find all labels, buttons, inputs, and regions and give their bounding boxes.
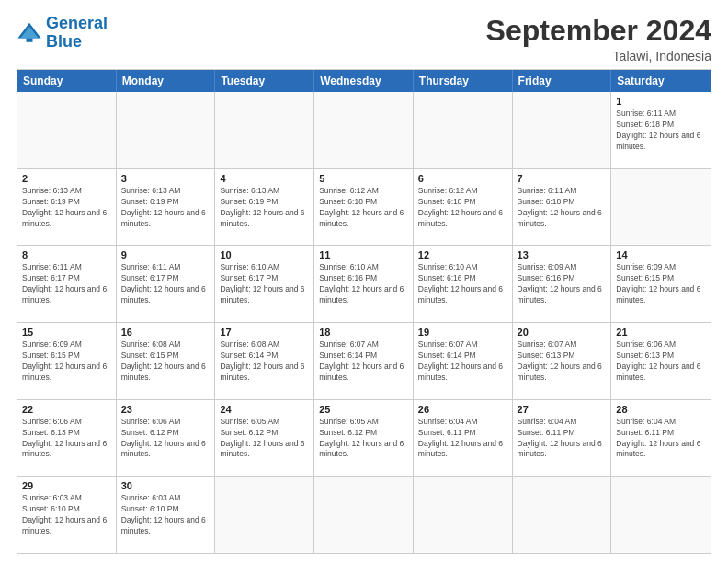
day-cell-2: 2Sunrise: 6:13 AMSunset: 6:19 PMDaylight… (17, 169, 117, 246)
svg-rect-2 (27, 38, 33, 41)
week-row-2: 8Sunrise: 6:11 AMSunset: 6:17 PMDaylight… (17, 245, 711, 322)
week-row-3: 15Sunrise: 6:09 AMSunset: 6:15 PMDayligh… (17, 322, 711, 399)
day-cell-24: 24Sunrise: 6:05 AMSunset: 6:12 PMDayligh… (215, 400, 314, 477)
day-info: Sunrise: 6:05 AMSunset: 6:12 PMDaylight:… (319, 417, 408, 461)
day-number: 13 (518, 249, 607, 260)
week-row-4: 22Sunrise: 6:06 AMSunset: 6:13 PMDayligh… (17, 399, 711, 477)
day-info: Sunrise: 6:13 AMSunset: 6:19 PMDaylight:… (121, 186, 210, 230)
day-info: Sunrise: 6:13 AMSunset: 6:19 PMDaylight:… (22, 186, 111, 230)
day-info: Sunrise: 6:11 AMSunset: 6:18 PMDaylight:… (616, 109, 706, 153)
logo-blue: Blue (46, 33, 108, 52)
calendar: Sunday Monday Tuesday Wednesday Thursday… (17, 69, 711, 554)
day-info: Sunrise: 6:07 AMSunset: 6:13 PMDaylight:… (518, 339, 607, 384)
day-info: Sunrise: 6:09 AMSunset: 6:15 PMDaylight:… (616, 262, 706, 306)
header-friday: Friday (513, 70, 612, 92)
day-info: Sunrise: 6:03 AMSunset: 6:10 PMDaylight:… (22, 493, 111, 537)
calendar-body: 1Sunrise: 6:11 AMSunset: 6:18 PMDaylight… (17, 92, 711, 553)
week-row-0: 1Sunrise: 6:11 AMSunset: 6:18 PMDaylight… (17, 92, 711, 168)
day-info: Sunrise: 6:06 AMSunset: 6:13 PMDaylight:… (616, 339, 706, 384)
day-number: 23 (121, 404, 210, 415)
day-cell-1: 1Sunrise: 6:11 AMSunset: 6:18 PMDaylight… (611, 92, 711, 168)
day-info: Sunrise: 6:11 AMSunset: 6:17 PMDaylight:… (121, 262, 210, 306)
day-cell-4: 4Sunrise: 6:13 AMSunset: 6:19 PMDaylight… (215, 169, 314, 246)
day-number: 11 (319, 249, 408, 260)
day-info: Sunrise: 6:11 AMSunset: 6:18 PMDaylight:… (518, 186, 607, 230)
day-cell-14: 14Sunrise: 6:09 AMSunset: 6:15 PMDayligh… (611, 246, 711, 322)
empty-cell-0-3 (314, 92, 414, 168)
day-info: Sunrise: 6:12 AMSunset: 6:18 PMDaylight:… (418, 186, 507, 230)
day-number: 14 (616, 249, 706, 260)
day-info: Sunrise: 6:08 AMSunset: 6:14 PMDaylight:… (220, 339, 309, 384)
day-number: 10 (220, 249, 309, 260)
empty-cell-0-4 (414, 92, 513, 168)
day-cell-27: 27Sunrise: 6:04 AMSunset: 6:11 PMDayligh… (513, 400, 612, 477)
day-number: 15 (22, 327, 111, 338)
day-info: Sunrise: 6:10 AMSunset: 6:17 PMDaylight:… (220, 262, 309, 306)
logo-icon (17, 20, 42, 46)
day-number: 24 (220, 404, 309, 415)
day-info: Sunrise: 6:06 AMSunset: 6:12 PMDaylight:… (121, 417, 210, 461)
day-cell-5: 5Sunrise: 6:12 AMSunset: 6:18 PMDaylight… (314, 169, 414, 246)
day-info: Sunrise: 6:04 AMSunset: 6:11 PMDaylight:… (518, 417, 607, 461)
day-cell-6: 6Sunrise: 6:12 AMSunset: 6:18 PMDaylight… (414, 169, 513, 246)
empty-cell-1-6 (611, 169, 711, 246)
day-info: Sunrise: 6:09 AMSunset: 6:16 PMDaylight:… (518, 262, 607, 306)
day-info: Sunrise: 6:07 AMSunset: 6:14 PMDaylight:… (418, 339, 507, 384)
day-number: 5 (319, 173, 408, 184)
day-cell-26: 26Sunrise: 6:04 AMSunset: 6:11 PMDayligh… (414, 400, 513, 477)
day-number: 7 (518, 173, 607, 184)
day-cell-8: 8Sunrise: 6:11 AMSunset: 6:17 PMDaylight… (17, 246, 117, 322)
subtitle: Talawi, Indonesia (486, 49, 711, 63)
day-number: 27 (518, 404, 607, 415)
header-saturday: Saturday (611, 70, 711, 92)
day-cell-10: 10Sunrise: 6:10 AMSunset: 6:17 PMDayligh… (215, 246, 314, 322)
day-info: Sunrise: 6:13 AMSunset: 6:19 PMDaylight:… (220, 186, 309, 230)
day-cell-29: 29Sunrise: 6:03 AMSunset: 6:10 PMDayligh… (17, 477, 117, 553)
day-number: 30 (121, 480, 210, 491)
empty-cell-0-2 (215, 92, 314, 168)
header-sunday: Sunday (17, 70, 117, 92)
title-block: September 2024 Talawi, Indonesia (486, 15, 711, 63)
day-cell-25: 25Sunrise: 6:05 AMSunset: 6:12 PMDayligh… (314, 400, 414, 477)
day-number: 28 (616, 404, 706, 415)
day-cell-12: 12Sunrise: 6:10 AMSunset: 6:16 PMDayligh… (414, 246, 513, 322)
day-number: 2 (22, 173, 111, 184)
day-cell-17: 17Sunrise: 6:08 AMSunset: 6:14 PMDayligh… (215, 323, 314, 399)
page: General Blue September 2024 Talawi, Indo… (0, 0, 728, 563)
logo-general: General (46, 14, 108, 32)
day-number: 20 (518, 327, 607, 338)
day-info: Sunrise: 6:07 AMSunset: 6:14 PMDaylight:… (319, 339, 408, 384)
header-wednesday: Wednesday (314, 70, 414, 92)
header-thursday: Thursday (414, 70, 513, 92)
logo-text: General Blue (46, 15, 108, 52)
day-info: Sunrise: 6:11 AMSunset: 6:17 PMDaylight:… (22, 262, 111, 306)
day-number: 26 (418, 404, 507, 415)
week-row-1: 2Sunrise: 6:13 AMSunset: 6:19 PMDaylight… (17, 168, 711, 246)
header-row: General Blue September 2024 Talawi, Indo… (17, 15, 711, 63)
day-number: 1 (616, 96, 706, 107)
empty-cell-0-1 (117, 92, 216, 168)
day-cell-22: 22Sunrise: 6:06 AMSunset: 6:13 PMDayligh… (17, 400, 117, 477)
day-info: Sunrise: 6:06 AMSunset: 6:13 PMDaylight:… (22, 417, 111, 461)
day-number: 29 (22, 480, 111, 491)
empty-cell-5-6 (611, 477, 711, 553)
day-cell-20: 20Sunrise: 6:07 AMSunset: 6:13 PMDayligh… (513, 323, 612, 399)
day-info: Sunrise: 6:10 AMSunset: 6:16 PMDaylight:… (319, 262, 408, 306)
day-info: Sunrise: 6:10 AMSunset: 6:16 PMDaylight:… (418, 262, 507, 306)
day-cell-16: 16Sunrise: 6:08 AMSunset: 6:15 PMDayligh… (117, 323, 216, 399)
day-cell-28: 28Sunrise: 6:04 AMSunset: 6:11 PMDayligh… (611, 400, 711, 477)
day-info: Sunrise: 6:04 AMSunset: 6:11 PMDaylight:… (418, 417, 507, 461)
day-number: 12 (418, 249, 507, 260)
empty-cell-5-5 (513, 477, 612, 553)
day-info: Sunrise: 6:03 AMSunset: 6:10 PMDaylight:… (121, 493, 210, 537)
day-cell-13: 13Sunrise: 6:09 AMSunset: 6:16 PMDayligh… (513, 246, 612, 322)
month-title: September 2024 (486, 15, 711, 47)
logo: General Blue (17, 15, 108, 52)
calendar-header: Sunday Monday Tuesday Wednesday Thursday… (17, 70, 711, 92)
day-number: 21 (616, 327, 706, 338)
day-cell-9: 9Sunrise: 6:11 AMSunset: 6:17 PMDaylight… (117, 246, 216, 322)
empty-cell-5-4 (414, 477, 513, 553)
empty-cell-0-5 (513, 92, 612, 168)
day-cell-19: 19Sunrise: 6:07 AMSunset: 6:14 PMDayligh… (414, 323, 513, 399)
day-number: 25 (319, 404, 408, 415)
